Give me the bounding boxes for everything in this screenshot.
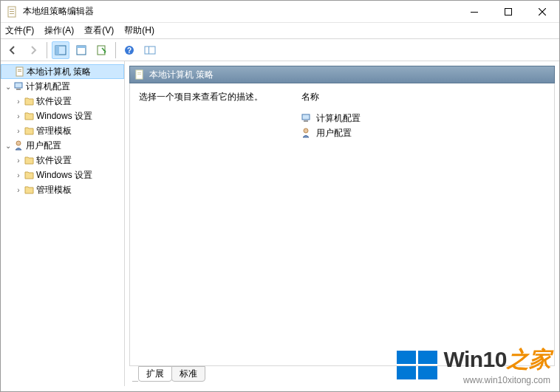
column-header-name[interactable]: 名称: [301, 91, 545, 103]
close-button[interactable]: [525, 1, 559, 22]
svg-rect-13: [145, 47, 155, 54]
expand-icon[interactable]: ›: [14, 112, 23, 120]
watermark: Win10之家 www.win10xitong.com: [397, 345, 550, 385]
collapse-icon[interactable]: ⌄: [4, 142, 13, 150]
svg-point-26: [304, 128, 308, 133]
pane-header: 本地计算机 策略: [129, 66, 555, 83]
tree-root[interactable]: 本地计算机 策略: [1, 64, 124, 79]
svg-rect-25: [304, 120, 308, 122]
content-area: 本地计算机 策略 ⌄ 计算机配置 › 软件设置 › Windows 设置 › 管…: [1, 61, 559, 386]
policy-icon: [134, 69, 145, 80]
tree-label: 本地计算机 策略: [27, 66, 91, 78]
minimize-button[interactable]: [457, 1, 491, 22]
svg-rect-22: [137, 72, 141, 73]
folder-icon: [24, 170, 35, 180]
svg-rect-9: [77, 46, 86, 48]
list-item-label: 计算机配置: [316, 112, 361, 125]
tree-windows-settings-user[interactable]: › Windows 设置: [1, 168, 124, 182]
watermark-suffix: 之家: [507, 347, 550, 371]
tree-label: 用户配置: [26, 140, 61, 152]
svg-rect-24: [302, 114, 310, 120]
list-item-user-config[interactable]: 用户配置: [301, 125, 545, 140]
expand-icon[interactable]: ›: [14, 171, 23, 179]
menu-help[interactable]: 帮助(H): [124, 24, 154, 37]
tree-label: Windows 设置: [36, 169, 92, 182]
watermark-prefix: Win10: [443, 347, 507, 371]
title-bar: 本地组策略编辑器: [1, 1, 559, 23]
svg-rect-5: [505, 8, 512, 15]
tree-computer-config[interactable]: ⌄ 计算机配置: [1, 79, 124, 94]
toolbar: ?: [1, 39, 559, 61]
properties-button[interactable]: [72, 41, 90, 59]
list-item-computer-config[interactable]: 计算机配置: [301, 111, 545, 125]
policy-icon: [15, 66, 25, 77]
menu-view[interactable]: 查看(V): [84, 24, 114, 37]
svg-rect-2: [10, 11, 14, 12]
window-controls: [457, 1, 559, 22]
menu-file[interactable]: 文件(F): [5, 24, 34, 37]
list-item-label: 用户配置: [316, 127, 352, 140]
description-column: 选择一个项目来查看它的描述。: [139, 91, 279, 358]
tree-software-settings-user[interactable]: › 软件设置: [1, 153, 124, 168]
tab-extended[interactable]: 扩展: [138, 366, 172, 382]
window-title: 本地组策略编辑器: [23, 5, 94, 18]
folder-icon: [24, 185, 35, 195]
tree-label: 管理模板: [36, 125, 72, 137]
svg-point-20: [16, 141, 21, 145]
svg-rect-7: [55, 46, 59, 55]
tree-admin-templates-user[interactable]: › 管理模板: [1, 182, 124, 197]
svg-text:?: ?: [127, 47, 132, 55]
tab-standard[interactable]: 标准: [171, 366, 205, 382]
svg-rect-1: [10, 9, 14, 10]
watermark-url: www.win10xitong.com: [463, 375, 550, 385]
name-column: 名称 计算机配置 用户配置: [301, 91, 545, 358]
tree-admin-templates[interactable]: › 管理模板: [1, 123, 124, 138]
folder-icon: [24, 96, 35, 106]
back-button[interactable]: [4, 41, 21, 59]
tree-label: 计算机配置: [26, 80, 70, 93]
windows-logo-icon: [397, 351, 437, 379]
computer-icon: [301, 113, 312, 123]
svg-rect-4: [471, 12, 478, 13]
folder-icon: [24, 111, 35, 121]
tree-user-config[interactable]: ⌄ 用户配置: [1, 138, 124, 153]
svg-rect-14: [148, 47, 149, 54]
tree-label: 软件设置: [36, 95, 72, 108]
expand-icon[interactable]: ›: [14, 97, 23, 106]
expand-icon[interactable]: ›: [14, 157, 23, 165]
menu-bar: 文件(F) 操作(A) 查看(V) 帮助(H): [1, 23, 559, 39]
menu-action[interactable]: 操作(A): [44, 24, 74, 37]
expand-icon[interactable]: ›: [14, 186, 23, 194]
tree-software-settings[interactable]: › 软件设置: [1, 94, 124, 109]
toolbar-separator: [115, 42, 116, 58]
pane-body: 选择一个项目来查看它的描述。 名称 计算机配置 用户配置: [129, 83, 555, 366]
user-icon: [14, 140, 24, 151]
export-button[interactable]: [93, 41, 111, 59]
tree-pane[interactable]: 本地计算机 策略 ⌄ 计算机配置 › 软件设置 › Windows 设置 › 管…: [1, 61, 125, 386]
collapse-icon[interactable]: ⌄: [4, 83, 13, 91]
description-text: 选择一个项目来查看它的描述。: [139, 91, 279, 103]
toolbar-separator: [47, 42, 47, 58]
tree-label: Windows 设置: [36, 110, 92, 123]
expand-icon[interactable]: ›: [14, 127, 23, 135]
watermark-title: Win10之家: [443, 345, 550, 375]
forward-button[interactable]: [24, 41, 42, 59]
tree-label: 软件设置: [36, 154, 72, 167]
svg-rect-16: [18, 69, 21, 70]
help-button[interactable]: ?: [120, 41, 138, 59]
svg-rect-18: [15, 83, 22, 88]
user-icon: [301, 128, 312, 138]
svg-rect-3: [10, 13, 14, 14]
filter-button[interactable]: [141, 41, 159, 59]
svg-rect-23: [137, 74, 141, 75]
folder-icon: [24, 125, 35, 136]
app-icon: [7, 6, 18, 18]
computer-icon: [14, 81, 24, 92]
tree-windows-settings[interactable]: › Windows 设置: [1, 109, 124, 123]
folder-icon: [24, 155, 35, 165]
toggle-tree-button[interactable]: [52, 41, 69, 59]
tree-label: 管理模板: [36, 184, 72, 196]
svg-rect-17: [18, 71, 21, 72]
maximize-button[interactable]: [491, 1, 525, 22]
pane-header-title: 本地计算机 策略: [149, 69, 214, 81]
